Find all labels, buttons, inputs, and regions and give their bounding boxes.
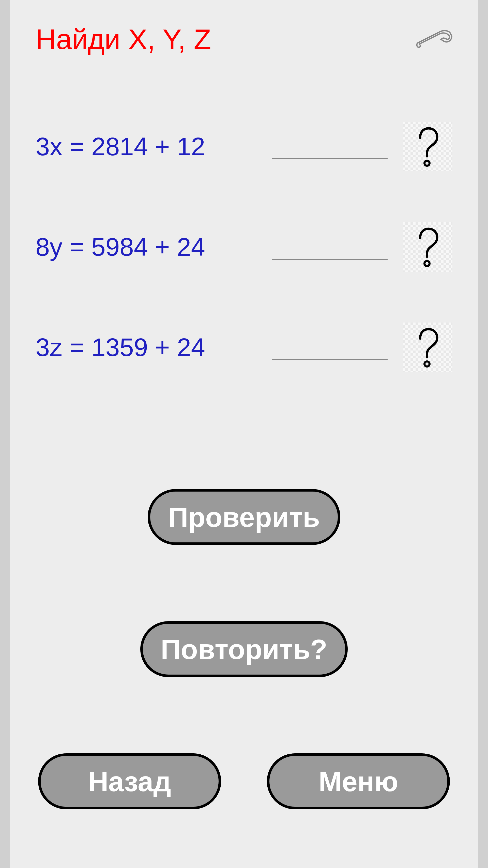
hint-button-1[interactable]: [403, 122, 452, 171]
equation-text: 3x = 2814 + 12: [36, 132, 257, 161]
menu-button[interactable]: Меню: [267, 753, 450, 809]
back-button[interactable]: Назад: [38, 753, 221, 809]
equation-row-2: 8y = 5984 + 24: [36, 222, 452, 272]
equation-row-3: 3z = 1359 + 24: [36, 322, 452, 372]
question-mark-icon: [414, 126, 442, 167]
buttons-container: Проверить Повторить? Назад Меню: [36, 489, 452, 809]
check-button[interactable]: Проверить: [148, 489, 340, 545]
svg-point-0: [424, 161, 430, 166]
hint-button-2[interactable]: [403, 222, 452, 272]
equation-text: 8y = 5984 + 24: [36, 232, 257, 261]
hint-button-3[interactable]: [403, 322, 452, 372]
question-mark-icon: [414, 327, 442, 368]
equations-list: 3x = 2814 + 12 8y = 5984 + 24 3z = 1359 …: [36, 122, 452, 372]
settings-button[interactable]: [414, 29, 452, 50]
answer-input-z[interactable]: [272, 335, 388, 360]
svg-point-2: [424, 362, 430, 367]
answer-input-y[interactable]: [272, 234, 388, 260]
repeat-button[interactable]: Повторить?: [140, 621, 348, 677]
question-mark-icon: [414, 227, 442, 268]
equation-text: 3z = 1359 + 24: [36, 333, 257, 362]
answer-input-x[interactable]: [272, 134, 388, 159]
equation-row-1: 3x = 2814 + 12: [36, 122, 452, 171]
bottom-buttons: Назад Меню: [36, 753, 452, 809]
app-container: Найди X, Y, Z 3x = 2814 + 12 8y = 5984 +…: [10, 0, 478, 868]
header: Найди X, Y, Z: [36, 23, 452, 56]
page-title: Найди X, Y, Z: [36, 23, 211, 56]
wrench-icon: [414, 29, 452, 49]
svg-point-1: [424, 261, 430, 266]
